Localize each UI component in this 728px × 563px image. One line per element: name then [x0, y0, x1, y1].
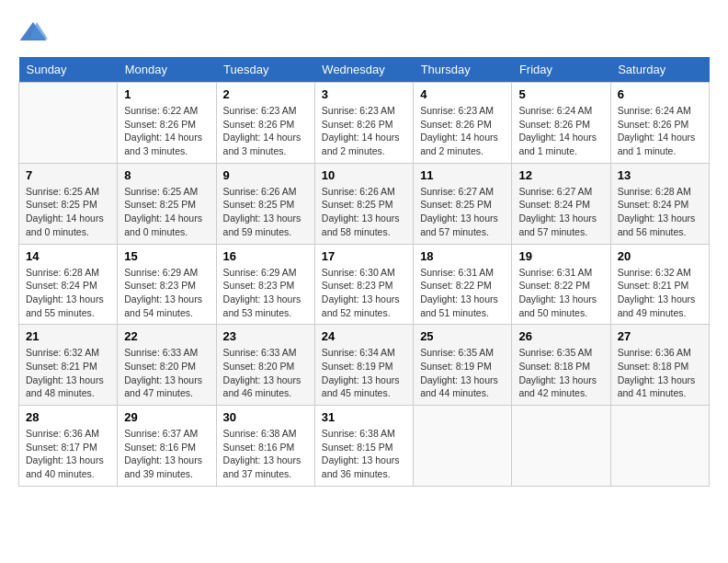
calendar-cell: 13Sunrise: 6:28 AM Sunset: 8:24 PM Dayli…: [610, 163, 709, 244]
page-header: [18, 18, 710, 48]
day-number: 16: [223, 249, 308, 263]
calendar-cell: 22Sunrise: 6:33 AM Sunset: 8:20 PM Dayli…: [118, 325, 216, 406]
day-info: Sunrise: 6:35 AM Sunset: 8:19 PM Dayligh…: [420, 346, 505, 400]
day-number: 5: [518, 87, 603, 101]
day-number: 10: [322, 168, 406, 182]
calendar-cell: 18Sunrise: 6:31 AM Sunset: 8:22 PM Dayli…: [414, 244, 512, 325]
calendar-cell: 26Sunrise: 6:35 AM Sunset: 8:18 PM Dayli…: [512, 325, 610, 406]
weekday-header-cell: Friday: [512, 57, 610, 83]
day-info: Sunrise: 6:28 AM Sunset: 8:24 PM Dayligh…: [618, 185, 702, 239]
calendar-cell: 24Sunrise: 6:34 AM Sunset: 8:19 PM Dayli…: [314, 325, 413, 406]
day-info: Sunrise: 6:27 AM Sunset: 8:24 PM Dayligh…: [518, 185, 603, 239]
calendar-cell: 31Sunrise: 6:38 AM Sunset: 8:15 PM Dayli…: [314, 406, 413, 487]
day-number: 15: [124, 249, 209, 263]
weekday-header-cell: Saturday: [610, 57, 709, 83]
day-info: Sunrise: 6:25 AM Sunset: 8:25 PM Dayligh…: [124, 185, 209, 239]
day-number: 31: [322, 410, 406, 424]
day-info: Sunrise: 6:35 AM Sunset: 8:18 PM Dayligh…: [518, 346, 603, 400]
weekday-header-cell: Monday: [118, 57, 216, 83]
calendar-cell: [512, 406, 610, 487]
calendar-cell: 10Sunrise: 6:26 AM Sunset: 8:25 PM Dayli…: [314, 163, 413, 244]
day-info: Sunrise: 6:23 AM Sunset: 8:26 PM Dayligh…: [223, 104, 308, 158]
calendar-cell: 28Sunrise: 6:36 AM Sunset: 8:17 PM Dayli…: [19, 406, 118, 487]
weekday-header-cell: Thursday: [414, 57, 512, 83]
day-number: 7: [26, 168, 110, 182]
day-number: 29: [124, 410, 209, 424]
day-info: Sunrise: 6:38 AM Sunset: 8:16 PM Dayligh…: [223, 427, 308, 481]
day-info: Sunrise: 6:34 AM Sunset: 8:19 PM Dayligh…: [322, 346, 406, 400]
day-number: 9: [223, 168, 308, 182]
logo-icon: [18, 18, 48, 48]
day-number: 2: [223, 87, 308, 101]
calendar-week-row: 1Sunrise: 6:22 AM Sunset: 8:26 PM Daylig…: [19, 83, 710, 164]
day-info: Sunrise: 6:27 AM Sunset: 8:25 PM Dayligh…: [420, 185, 505, 239]
calendar-cell: 2Sunrise: 6:23 AM Sunset: 8:26 PM Daylig…: [216, 83, 314, 164]
calendar-cell: 8Sunrise: 6:25 AM Sunset: 8:25 PM Daylig…: [118, 163, 216, 244]
day-info: Sunrise: 6:26 AM Sunset: 8:25 PM Dayligh…: [322, 185, 406, 239]
day-info: Sunrise: 6:29 AM Sunset: 8:23 PM Dayligh…: [124, 266, 209, 320]
day-number: 12: [518, 168, 603, 182]
day-info: Sunrise: 6:38 AM Sunset: 8:15 PM Dayligh…: [322, 427, 406, 481]
day-number: 22: [124, 329, 209, 343]
day-info: Sunrise: 6:37 AM Sunset: 8:16 PM Dayligh…: [124, 427, 209, 481]
day-number: 21: [26, 329, 110, 343]
calendar-cell: 17Sunrise: 6:30 AM Sunset: 8:23 PM Dayli…: [314, 244, 413, 325]
day-number: 19: [518, 249, 603, 263]
calendar-cell: [19, 83, 118, 164]
day-info: Sunrise: 6:24 AM Sunset: 8:26 PM Dayligh…: [518, 104, 603, 158]
day-number: 18: [420, 249, 505, 263]
calendar-body: 1Sunrise: 6:22 AM Sunset: 8:26 PM Daylig…: [19, 83, 710, 487]
day-info: Sunrise: 6:33 AM Sunset: 8:20 PM Dayligh…: [124, 346, 209, 400]
weekday-header-cell: Wednesday: [314, 57, 413, 83]
day-info: Sunrise: 6:30 AM Sunset: 8:23 PM Dayligh…: [322, 266, 406, 320]
day-info: Sunrise: 6:32 AM Sunset: 8:21 PM Dayligh…: [618, 266, 702, 320]
day-number: 6: [618, 87, 702, 101]
day-number: 27: [618, 329, 702, 343]
calendar-cell: 14Sunrise: 6:28 AM Sunset: 8:24 PM Dayli…: [19, 244, 118, 325]
calendar-cell: 29Sunrise: 6:37 AM Sunset: 8:16 PM Dayli…: [118, 406, 216, 487]
day-info: Sunrise: 6:23 AM Sunset: 8:26 PM Dayligh…: [322, 104, 406, 158]
day-number: 25: [420, 329, 505, 343]
day-number: 11: [420, 168, 505, 182]
day-info: Sunrise: 6:33 AM Sunset: 8:20 PM Dayligh…: [223, 346, 308, 400]
day-number: 1: [124, 87, 209, 101]
day-info: Sunrise: 6:31 AM Sunset: 8:22 PM Dayligh…: [518, 266, 603, 320]
day-number: 20: [618, 249, 702, 263]
calendar-cell: 5Sunrise: 6:24 AM Sunset: 8:26 PM Daylig…: [512, 83, 610, 164]
day-info: Sunrise: 6:24 AM Sunset: 8:26 PM Dayligh…: [618, 104, 702, 158]
day-info: Sunrise: 6:22 AM Sunset: 8:26 PM Dayligh…: [124, 104, 209, 158]
day-info: Sunrise: 6:26 AM Sunset: 8:25 PM Dayligh…: [223, 185, 308, 239]
day-number: 23: [223, 329, 308, 343]
day-number: 3: [322, 87, 406, 101]
day-number: 26: [518, 329, 603, 343]
calendar-cell: 30Sunrise: 6:38 AM Sunset: 8:16 PM Dayli…: [216, 406, 314, 487]
day-info: Sunrise: 6:23 AM Sunset: 8:26 PM Dayligh…: [420, 104, 505, 158]
logo: [18, 18, 53, 48]
calendar-cell: 7Sunrise: 6:25 AM Sunset: 8:25 PM Daylig…: [19, 163, 118, 244]
day-number: 28: [26, 410, 110, 424]
weekday-header-row: SundayMondayTuesdayWednesdayThursdayFrid…: [19, 57, 710, 83]
calendar-cell: 3Sunrise: 6:23 AM Sunset: 8:26 PM Daylig…: [314, 83, 413, 164]
calendar-cell: 9Sunrise: 6:26 AM Sunset: 8:25 PM Daylig…: [216, 163, 314, 244]
calendar-cell: 12Sunrise: 6:27 AM Sunset: 8:24 PM Dayli…: [512, 163, 610, 244]
day-info: Sunrise: 6:32 AM Sunset: 8:21 PM Dayligh…: [26, 346, 110, 400]
calendar-cell: 20Sunrise: 6:32 AM Sunset: 8:21 PM Dayli…: [610, 244, 709, 325]
day-info: Sunrise: 6:36 AM Sunset: 8:18 PM Dayligh…: [618, 346, 702, 400]
calendar-cell: 27Sunrise: 6:36 AM Sunset: 8:18 PM Dayli…: [610, 325, 709, 406]
calendar-cell: 21Sunrise: 6:32 AM Sunset: 8:21 PM Dayli…: [19, 325, 118, 406]
calendar-week-row: 21Sunrise: 6:32 AM Sunset: 8:21 PM Dayli…: [19, 325, 710, 406]
calendar-cell: 1Sunrise: 6:22 AM Sunset: 8:26 PM Daylig…: [118, 83, 216, 164]
calendar-cell: [610, 406, 709, 487]
calendar-cell: 25Sunrise: 6:35 AM Sunset: 8:19 PM Dayli…: [414, 325, 512, 406]
weekday-header-cell: Sunday: [19, 57, 118, 83]
calendar-cell: 4Sunrise: 6:23 AM Sunset: 8:26 PM Daylig…: [414, 83, 512, 164]
weekday-header-cell: Tuesday: [216, 57, 314, 83]
day-info: Sunrise: 6:29 AM Sunset: 8:23 PM Dayligh…: [223, 266, 308, 320]
calendar-cell: 15Sunrise: 6:29 AM Sunset: 8:23 PM Dayli…: [118, 244, 216, 325]
day-number: 13: [618, 168, 702, 182]
calendar-cell: 11Sunrise: 6:27 AM Sunset: 8:25 PM Dayli…: [414, 163, 512, 244]
day-info: Sunrise: 6:28 AM Sunset: 8:24 PM Dayligh…: [26, 266, 110, 320]
calendar-cell: 6Sunrise: 6:24 AM Sunset: 8:26 PM Daylig…: [610, 83, 709, 164]
day-number: 14: [26, 249, 110, 263]
day-info: Sunrise: 6:25 AM Sunset: 8:25 PM Dayligh…: [26, 185, 110, 239]
